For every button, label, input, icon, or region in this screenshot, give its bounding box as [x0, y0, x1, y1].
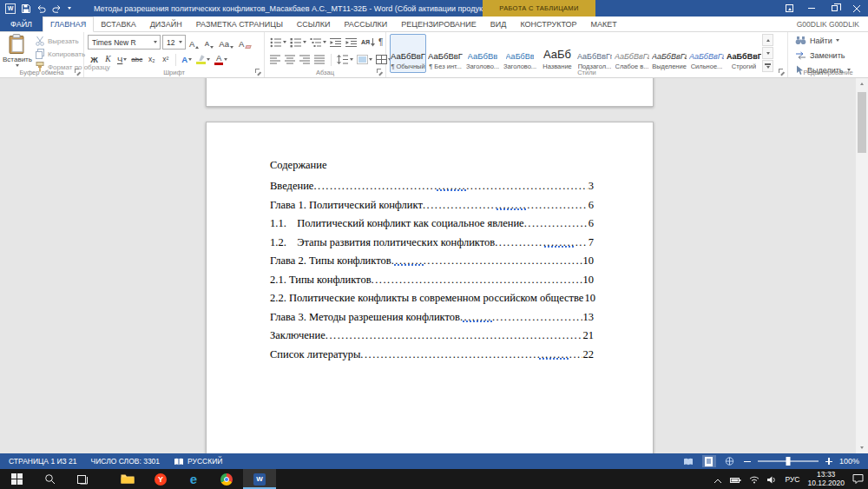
read-mode-icon[interactable]: [681, 455, 695, 467]
action-center-icon[interactable]: [852, 472, 864, 487]
ribbon-display-options-icon[interactable]: [778, 0, 800, 17]
network-icon[interactable]: [749, 472, 760, 487]
font-name-select[interactable]: Times New R: [88, 35, 161, 50]
undo-icon[interactable]: [36, 4, 46, 13]
task-view-button[interactable]: [66, 469, 99, 489]
zoom-slider-thumb[interactable]: [786, 457, 790, 466]
change-case-button[interactable]: Аа: [217, 35, 235, 50]
justify-button[interactable]: [313, 52, 326, 67]
account-name[interactable]: G00DLIK G00DLIK: [797, 17, 868, 31]
style-emphasis[interactable]: АаБбВвГг Выделение: [651, 34, 687, 73]
battery-icon[interactable]: [730, 472, 741, 487]
edge-button[interactable]: [177, 469, 210, 489]
style-strong[interactable]: АаБбВвГг Строгий: [726, 34, 762, 73]
clipboard-dialog-launcher-icon[interactable]: [75, 69, 81, 75]
start-button[interactable]: [0, 469, 33, 489]
show-paragraph-marks-button[interactable]: ¶: [378, 35, 384, 50]
web-layout-icon[interactable]: [723, 455, 737, 467]
zoom-level[interactable]: 100%: [839, 457, 859, 466]
word-button[interactable]: [243, 469, 276, 489]
shrink-font-button[interactable]: А: [202, 35, 215, 50]
redo-icon[interactable]: [52, 4, 62, 13]
tab-mailings[interactable]: РАССЫЛКИ: [337, 17, 394, 31]
find-button[interactable]: Найти: [795, 34, 868, 47]
contextual-tab-group-header[interactable]: РАБОТА С ТАБЛИЦАМИ: [483, 0, 595, 17]
zoom-out-button[interactable]: [744, 458, 751, 465]
clock[interactable]: 13:33 10.12.2020: [807, 471, 845, 487]
page-indicator[interactable]: СТРАНИЦА 1 ИЗ 21: [9, 457, 77, 466]
search-button[interactable]: [33, 469, 66, 489]
multilevel-list-button[interactable]: [309, 35, 327, 50]
style-title[interactable]: АаБб Название: [539, 34, 575, 73]
align-center-button[interactable]: [284, 52, 297, 67]
strikethrough-button[interactable]: abc: [129, 52, 144, 67]
italic-button[interactable]: К: [102, 52, 115, 67]
volume-icon[interactable]: [767, 472, 777, 487]
grow-font-button[interactable]: А: [187, 35, 201, 50]
numbering-button[interactable]: [289, 35, 307, 50]
styles-scroll-down-icon[interactable]: [762, 47, 773, 59]
zoom-slider[interactable]: [758, 460, 819, 462]
scroll-down-icon[interactable]: [856, 442, 868, 453]
style-subtle-emphasis[interactable]: АаБбВвГг Слабое в...: [614, 34, 650, 73]
qat-customize-icon[interactable]: [68, 7, 71, 10]
line-spacing-button[interactable]: [336, 52, 354, 67]
replace-button[interactable]: Заменить: [795, 49, 868, 62]
restore-icon[interactable]: [823, 0, 845, 17]
tab-table-layout[interactable]: МАКЕТ: [584, 17, 624, 31]
word-app-icon[interactable]: [5, 3, 16, 14]
subscript-button[interactable]: х₂: [145, 52, 158, 67]
style-no-spacing[interactable]: АаБбВвГг ¶ Без инт...: [427, 34, 464, 73]
font-size-select[interactable]: 12: [162, 35, 186, 50]
underline-button[interactable]: Ч: [115, 52, 128, 67]
align-right-button[interactable]: [299, 52, 312, 67]
text-effects-button[interactable]: А: [180, 52, 194, 67]
style-he ading1[interactable]: АаБбВв Заголово...: [464, 34, 501, 73]
scrollbar-thumb[interactable]: [858, 92, 866, 153]
input-language[interactable]: РУС: [785, 475, 799, 484]
tab-home[interactable]: ГЛАВНАЯ: [43, 17, 94, 32]
file-explorer-button[interactable]: [111, 469, 144, 489]
hidden-icons-chevron-icon[interactable]: [713, 472, 722, 487]
style-subtitle[interactable]: АаБбВвГг Подзагол...: [576, 34, 613, 73]
close-icon[interactable]: [845, 0, 868, 17]
vertical-scrollbar[interactable]: [856, 78, 868, 453]
bold-button[interactable]: Ж: [88, 52, 101, 67]
tab-page-layout[interactable]: РАЗМЕТКА СТРАНИЦЫ: [189, 17, 290, 31]
style-intense-emphasis[interactable]: АаБбВвГг Сильное...: [688, 34, 725, 73]
bullets-button[interactable]: [269, 35, 287, 50]
save-icon[interactable]: [22, 4, 30, 13]
tab-references[interactable]: ССЫЛКИ: [290, 17, 338, 31]
tab-view[interactable]: ВИД: [483, 17, 514, 31]
highlight-button[interactable]: [194, 52, 212, 67]
previous-page-bottom[interactable]: [206, 78, 654, 107]
font-color-button[interactable]: А: [213, 52, 229, 67]
tab-review[interactable]: РЕЦЕНЗИРОВАНИЕ: [394, 17, 483, 31]
style-heading2[interactable]: АаБбВв Заголово...: [502, 34, 538, 73]
minimize-icon[interactable]: [800, 0, 823, 17]
style-normal[interactable]: АаБбВвГг ¶ Обычный: [390, 34, 426, 73]
zoom-in-button[interactable]: [825, 458, 832, 465]
tab-table-design[interactable]: КОНСТРУКТОР: [513, 17, 583, 31]
paragraph-dialog-launcher-icon[interactable]: [377, 69, 383, 75]
increase-indent-button[interactable]: [345, 35, 358, 50]
scroll-up-icon[interactable]: [856, 78, 868, 89]
tab-insert[interactable]: ВСТАВКА: [94, 17, 142, 31]
sort-button[interactable]: АЯ: [360, 35, 376, 50]
language-status[interactable]: РУССКИЙ: [174, 457, 222, 466]
yandex-browser-button[interactable]: [144, 469, 177, 489]
clear-formatting-button[interactable]: А: [237, 35, 253, 50]
document-page[interactable]: Содержание Введение3 Глава 1. Политическ…: [206, 122, 654, 453]
tab-design[interactable]: ДИЗАЙН: [143, 17, 189, 31]
chrome-button[interactable]: [210, 469, 243, 489]
word-count[interactable]: ЧИСЛО СЛОВ: 3301: [91, 457, 161, 466]
font-dialog-launcher-icon[interactable]: [255, 69, 261, 75]
decrease-indent-button[interactable]: [329, 35, 343, 50]
align-left-button[interactable]: [269, 52, 282, 67]
tab-file[interactable]: ФАЙЛ: [0, 17, 43, 31]
styles-scroll-up-icon[interactable]: [762, 34, 773, 46]
print-layout-icon[interactable]: [702, 455, 716, 467]
superscript-button[interactable]: х²: [159, 52, 172, 67]
shading-button[interactable]: [356, 52, 373, 67]
styles-dialog-launcher-icon[interactable]: [779, 69, 785, 75]
